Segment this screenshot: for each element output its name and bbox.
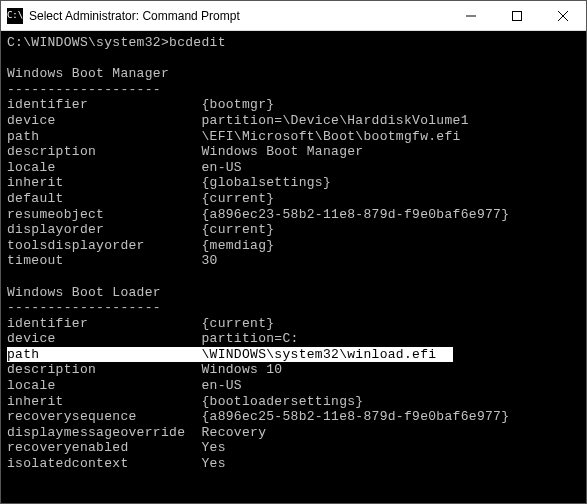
command-prompt-window: C:\ Select Administrator: Command Prompt… bbox=[0, 0, 587, 504]
window-title: Select Administrator: Command Prompt bbox=[29, 9, 448, 23]
window-controls bbox=[448, 1, 586, 30]
close-button[interactable] bbox=[540, 1, 586, 30]
kv-row: description Windows 10 bbox=[7, 362, 580, 378]
kv-row-highlighted: path \WINDOWS\system32\winload.efi bbox=[7, 347, 580, 363]
section-header: Windows Boot Loader bbox=[7, 285, 580, 301]
kv-row: displayorder {current} bbox=[7, 222, 580, 238]
prompt-line: C:\WINDOWS\system32>bcdedit bbox=[7, 35, 580, 51]
kv-row: identifier {bootmgr} bbox=[7, 97, 580, 113]
kv-row: resumeobject {a896ec23-58b2-11e8-879d-f9… bbox=[7, 207, 580, 223]
maximize-button[interactable] bbox=[494, 1, 540, 30]
kv-row: description Windows Boot Manager bbox=[7, 144, 580, 160]
kv-row: device partition=\Device\HarddiskVolume1 bbox=[7, 113, 580, 129]
kv-row: default {current} bbox=[7, 191, 580, 207]
kv-row: timeout 30 bbox=[7, 253, 580, 269]
section-header: Windows Boot Manager bbox=[7, 66, 580, 82]
terminal-output[interactable]: C:\WINDOWS\system32>bcdedit Windows Boot… bbox=[1, 31, 586, 503]
kv-row: displaymessageoverride Recovery bbox=[7, 425, 580, 441]
minimize-button[interactable] bbox=[448, 1, 494, 30]
kv-row: inherit {globalsettings} bbox=[7, 175, 580, 191]
kv-row: isolatedcontext Yes bbox=[7, 456, 580, 472]
kv-row: device partition=C: bbox=[7, 331, 580, 347]
kv-row: locale en-US bbox=[7, 160, 580, 176]
kv-row: path \EFI\Microsoft\Boot\bootmgfw.efi bbox=[7, 129, 580, 145]
kv-row: identifier {current} bbox=[7, 316, 580, 332]
svg-rect-1 bbox=[513, 11, 522, 20]
titlebar[interactable]: C:\ Select Administrator: Command Prompt bbox=[1, 1, 586, 31]
kv-row: toolsdisplayorder {memdiag} bbox=[7, 238, 580, 254]
kv-row: recoverysequence {a896ec25-58b2-11e8-879… bbox=[7, 409, 580, 425]
divider: ------------------- bbox=[7, 300, 580, 316]
kv-row: locale en-US bbox=[7, 378, 580, 394]
divider: ------------------- bbox=[7, 82, 580, 98]
kv-row: inherit {bootloadersettings} bbox=[7, 394, 580, 410]
cmd-icon: C:\ bbox=[7, 8, 23, 24]
kv-row: recoveryenabled Yes bbox=[7, 440, 580, 456]
